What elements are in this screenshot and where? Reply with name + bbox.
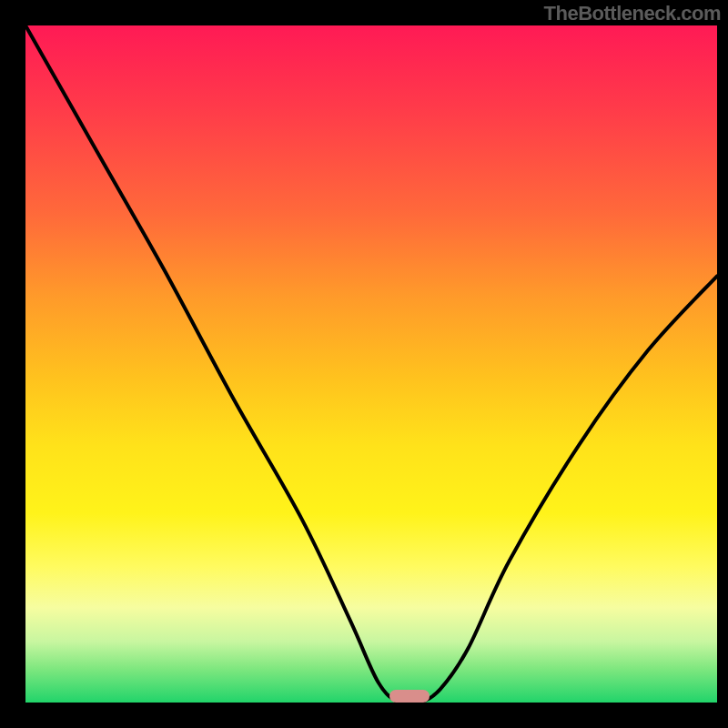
chart-frame: TheBottleneck.com xyxy=(0,0,728,728)
attribution-text: TheBottleneck.com xyxy=(544,2,721,25)
bottleneck-curve xyxy=(25,25,717,703)
optimum-marker xyxy=(389,690,430,703)
curve-path xyxy=(25,25,717,704)
plot-area xyxy=(25,25,717,703)
